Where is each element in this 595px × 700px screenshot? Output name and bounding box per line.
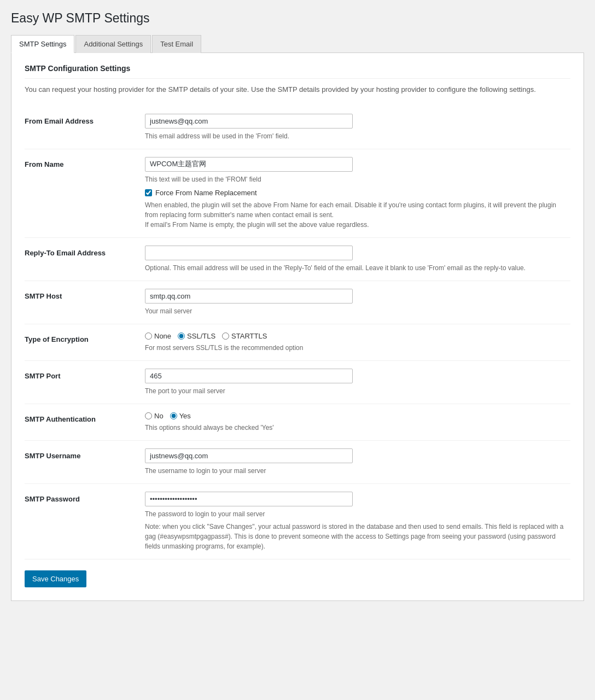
from-email-input[interactable] (145, 114, 353, 129)
from-name-row: From Name This text will be used in the … (25, 149, 570, 238)
section-description: You can request your hosting provider fo… (25, 84, 570, 95)
encryption-content: None SSL/TLS STARTTLS For most servers S… (145, 332, 570, 353)
encryption-row: Type of Encryption None SSL/TLS STARTTLS… (25, 324, 570, 361)
encryption-none-option[interactable]: None (145, 332, 171, 340)
smtp-auth-yes-radio[interactable] (170, 412, 177, 419)
reply-to-input[interactable] (145, 246, 353, 260)
smtp-password-label: SMTP Password (25, 492, 145, 503)
encryption-starttls-label: STARTTLS (231, 332, 267, 340)
encryption-label: Type of Encryption (25, 332, 145, 343)
smtp-username-input[interactable] (145, 448, 353, 463)
force-from-name-row: Force From Name Replacement (145, 189, 570, 197)
smtp-auth-hint: This options should always be checked 'Y… (145, 423, 570, 433)
smtp-port-row: SMTP Port The port to your mail server (25, 361, 570, 404)
smtp-port-content: The port to your mail server (145, 369, 570, 396)
encryption-radio-group: None SSL/TLS STARTTLS (145, 332, 570, 340)
encryption-ssltls-label: SSL/TLS (187, 332, 215, 340)
smtp-password-row: SMTP Password The password to login to y… (25, 484, 570, 559)
force-from-name-description: When enabled, the plugin will set the ab… (145, 200, 570, 230)
tab-additional-settings[interactable]: Additional Settings (75, 35, 151, 53)
encryption-none-label: None (154, 332, 171, 340)
reply-to-row: Reply-To Email Address Optional. This em… (25, 238, 570, 281)
smtp-port-input[interactable] (145, 369, 353, 383)
from-email-label: From Email Address (25, 114, 145, 125)
page-title: Easy WP SMTP Settings (11, 11, 584, 26)
smtp-host-hint: Your mail server (145, 306, 570, 316)
from-email-hint: This email address will be used in the '… (145, 131, 570, 141)
smtp-username-hint: The username to login to your mail serve… (145, 466, 570, 476)
section-title: SMTP Configuration Settings (25, 64, 570, 79)
encryption-hint: For most servers SSL/TLS is the recommen… (145, 343, 570, 353)
encryption-none-radio[interactable] (145, 332, 152, 340)
force-from-name-checkbox[interactable] (145, 189, 152, 196)
encryption-starttls-radio[interactable] (222, 332, 229, 340)
smtp-password-hint: The password to login to your mail serve… (145, 509, 570, 519)
smtp-auth-yes-label: Yes (179, 412, 191, 420)
smtp-auth-no-label: No (154, 412, 164, 420)
encryption-starttls-option[interactable]: STARTTLS (222, 332, 267, 340)
tab-test-email[interactable]: Test Email (152, 35, 201, 53)
settings-card: SMTP Configuration Settings You can requ… (11, 53, 584, 601)
smtp-password-note: Note: when you click "Save Changes", you… (145, 522, 570, 551)
smtp-auth-radio-group: No Yes (145, 412, 570, 420)
encryption-ssltls-option[interactable]: SSL/TLS (178, 332, 215, 340)
smtp-auth-content: No Yes This options should always be che… (145, 412, 570, 433)
smtp-port-hint: The port to your mail server (145, 386, 570, 396)
smtp-auth-no-option[interactable]: No (145, 412, 164, 420)
reply-to-content: Optional. This email address will be use… (145, 246, 570, 273)
smtp-password-input[interactable] (145, 492, 353, 506)
smtp-auth-no-radio[interactable] (145, 412, 152, 419)
from-name-hint: This text will be used in the 'FROM' fie… (145, 174, 570, 184)
smtp-username-content: The username to login to your mail serve… (145, 448, 570, 476)
smtp-host-row: SMTP Host Your mail server (25, 281, 570, 324)
from-name-input[interactable] (145, 157, 353, 172)
tab-smtp-settings[interactable]: SMTP Settings (11, 35, 74, 53)
smtp-host-content: Your mail server (145, 289, 570, 316)
force-from-name-label: Force From Name Replacement (155, 189, 257, 197)
smtp-host-label: SMTP Host (25, 289, 145, 300)
tabs-container: SMTP Settings Additional Settings Test E… (11, 34, 584, 53)
smtp-password-content: The password to login to your mail serve… (145, 492, 570, 551)
save-changes-button[interactable]: Save Changes (25, 570, 86, 587)
from-name-label: From Name (25, 157, 145, 168)
smtp-host-input[interactable] (145, 289, 353, 304)
smtp-auth-yes-option[interactable]: Yes (170, 412, 191, 420)
from-email-content: This email address will be used in the '… (145, 114, 570, 141)
reply-to-hint: Optional. This email address will be use… (145, 263, 570, 273)
smtp-auth-row: SMTP Authentication No Yes This options … (25, 404, 570, 441)
from-email-row: From Email Address This email address wi… (25, 106, 570, 149)
smtp-username-label: SMTP Username (25, 448, 145, 460)
reply-to-label: Reply-To Email Address (25, 246, 145, 257)
smtp-username-row: SMTP Username The username to login to y… (25, 441, 570, 484)
smtp-auth-label: SMTP Authentication (25, 412, 145, 423)
smtp-port-label: SMTP Port (25, 369, 145, 380)
from-name-content: This text will be used in the 'FROM' fie… (145, 157, 570, 230)
encryption-ssltls-radio[interactable] (178, 332, 185, 340)
